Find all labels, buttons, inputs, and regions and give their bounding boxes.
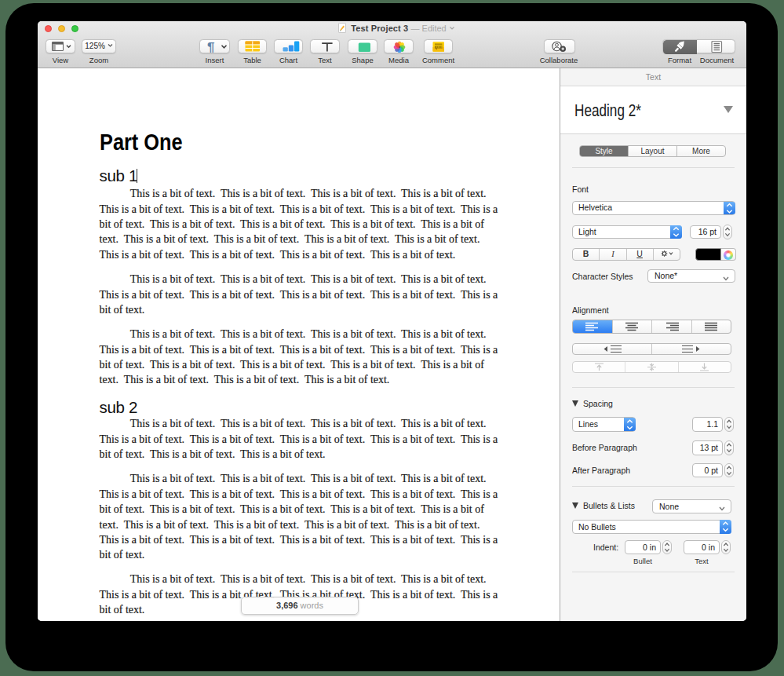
svg-text:¶: ¶ [207, 40, 214, 53]
